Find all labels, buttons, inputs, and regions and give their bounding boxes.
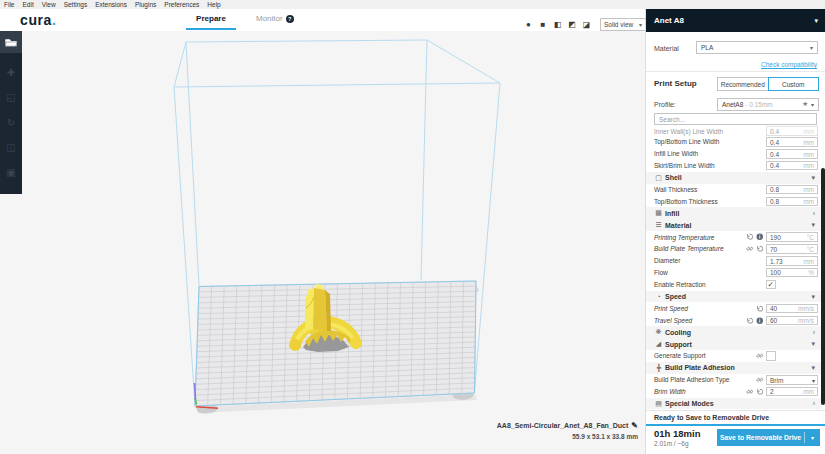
scale-tool[interactable]: ◱ (0, 85, 22, 110)
profile-label: Profile: (654, 101, 676, 108)
save-to-removable-drive-button[interactable]: Save to Removable Drive ▾ (717, 429, 820, 446)
category-row-cooling[interactable]: ❋Cooling‹ (646, 326, 822, 338)
3d-view-icon[interactable]: ● (524, 20, 533, 29)
setting-input[interactable]: 0.8mm (766, 197, 818, 207)
setting-value: 1.73 (770, 258, 783, 265)
undo-icon[interactable] (756, 245, 764, 253)
machine-selector[interactable]: Anet A8 ▾ (646, 9, 825, 32)
menu-edit[interactable]: Edit (22, 1, 33, 8)
setting-input[interactable]: 0.4mm (766, 137, 818, 147)
setting-label: Skirt/Brim Line Width (654, 162, 715, 169)
view-mode-dropdown[interactable]: Solid view ▾ (600, 18, 646, 31)
setting-input[interactable]: 60mm/s (766, 316, 818, 326)
material-dropdown[interactable]: PLA ▾ (696, 41, 818, 54)
tab-prepare[interactable]: Prepare (186, 14, 236, 23)
link-icon[interactable] (756, 352, 764, 360)
setting-row-travel-speed[interactable]: Travel Speed60mm/s (646, 314, 822, 326)
menu-settings[interactable]: Settings (64, 1, 88, 8)
setting-row-enable-retraction[interactable]: Enable Retraction✓ (646, 279, 822, 291)
chevron-down-icon: ▾ (811, 293, 818, 301)
info-icon[interactable] (756, 317, 764, 325)
setting-checkbox[interactable]: ✓ (766, 280, 776, 290)
category-row-support[interactable]: ◢Support▾ (646, 338, 822, 350)
undo-icon[interactable] (746, 317, 754, 325)
menu-preferences[interactable]: Preferences (164, 1, 199, 8)
setting-input[interactable]: 100% (766, 268, 818, 278)
edit-name-icon[interactable]: ✎ (631, 421, 638, 430)
category-row-speed[interactable]: ◔Speed▾ (646, 291, 822, 303)
custom-mode-button[interactable]: Custom (768, 77, 820, 91)
category-row-infill[interactable]: ▩Infill‹ (646, 207, 822, 219)
category-label: Shell (665, 174, 682, 181)
setting-row-brim-width[interactable]: Brim Width2mm (646, 386, 822, 398)
setting-input[interactable]: 0.4mm (766, 149, 818, 159)
setting-input[interactable]: 0.4mm (766, 161, 818, 171)
setting-input[interactable]: 2mm (766, 387, 818, 397)
setting-row-top-bottom-thickness[interactable]: Top/Bottom Thickness0.8mm (646, 195, 822, 207)
setting-checkbox[interactable] (766, 351, 776, 361)
setting-row-skirt-brim-line-width[interactable]: Skirt/Brim Line Width0.4mm (646, 160, 822, 172)
undo-icon[interactable] (746, 233, 754, 241)
menu-extensions[interactable]: Extensions (95, 1, 127, 8)
menu-plugins[interactable]: Plugins (135, 1, 156, 8)
category-row-shell[interactable]: ▢Shell▾ (646, 172, 822, 184)
right-view-icon[interactable]: ◪ (582, 20, 591, 29)
profile-dropdown[interactable]: AnetA8 - 0.15mm ★ ▾ (717, 98, 819, 111)
setting-select[interactable]: Brim▾ (766, 375, 818, 385)
setting-row-build-plate-temperature[interactable]: Build Plate Temperature70°C (646, 243, 822, 255)
mirror-tool[interactable]: ◫ (0, 135, 22, 160)
info-icon[interactable] (756, 233, 764, 241)
menu-help[interactable]: Help (207, 1, 220, 8)
menu-view[interactable]: View (42, 1, 56, 8)
setting-row-diameter[interactable]: Diameter1.73mm (646, 255, 822, 267)
settings-search-input[interactable] (654, 113, 817, 125)
setting-input[interactable]: 190°C (766, 232, 818, 242)
setting-row-inner-wall-s-line-width[interactable]: Inner Wall(s) Line Width0.4mm (646, 126, 822, 136)
rotate-tool[interactable]: ↻ (0, 110, 22, 135)
left-view-icon[interactable]: ◩ (568, 20, 577, 29)
setting-row-top-bottom-line-width[interactable]: Top/Bottom Line Width0.4mm (646, 136, 822, 148)
setting-row-print-speed[interactable]: Print Speed40mm/s (646, 302, 822, 314)
front-view-icon[interactable]: ■ (539, 20, 548, 29)
menu-file[interactable]: File (4, 1, 14, 8)
category-row-build-plate-adhesion[interactable]: ╋Build Plate Adhesion▾ (646, 362, 822, 374)
link-icon[interactable] (746, 245, 754, 253)
monitor-help-badge[interactable]: ? (286, 15, 294, 23)
check-compatibility-link[interactable]: Check compatibility (761, 61, 817, 68)
tab-monitor[interactable]: Monitor ? (256, 14, 294, 23)
link-icon[interactable] (746, 388, 754, 396)
scene-canvas (0, 31, 645, 454)
settings-scrollbar[interactable] (821, 168, 825, 405)
setting-row-flow[interactable]: Flow100% (646, 267, 822, 279)
star-icon[interactable]: ★ (802, 100, 811, 108)
setting-label: Build Plate Temperature (654, 245, 724, 252)
setting-row-build-plate-adhesion-type[interactable]: Build Plate Adhesion TypeBrim▾ (646, 374, 822, 386)
setting-row-wall-thickness[interactable]: Wall Thickness0.8mm (646, 184, 822, 196)
setting-value: 0.4 (770, 128, 779, 135)
setting-input[interactable]: 0.8mm (766, 185, 818, 195)
top-view-icon[interactable]: ◧ (553, 20, 562, 29)
setting-row-generate-support[interactable]: Generate Support (646, 350, 822, 362)
speed-icon: ◔ (652, 293, 665, 300)
setting-input[interactable]: 40mm/s (766, 304, 818, 314)
setting-value: 0.8 (770, 186, 779, 193)
undo-icon[interactable] (756, 305, 764, 313)
setting-row-printing-temperature[interactable]: Printing Temperature190°C (646, 231, 822, 243)
job-name: AA8_Semi-Circular_Anet_A8_Fan_Duct (497, 422, 629, 429)
move-tool[interactable]: ✚ (0, 60, 22, 85)
recommended-mode-button[interactable]: Recommended (717, 77, 769, 91)
setting-input[interactable]: 70°C (766, 244, 818, 254)
save-options-chevron[interactable]: ▾ (804, 432, 820, 443)
per-model-settings-tool[interactable]: ▣ (0, 160, 22, 185)
viewport-3d[interactable]: AA8_Semi-Circular_Anet_A8_Fan_Duct✎ 55.9… (0, 31, 645, 454)
category-row-material[interactable]: ☰Material▾ (646, 219, 822, 231)
setting-row-infill-line-width[interactable]: Infill Line Width0.4mm (646, 148, 822, 160)
chevron-down-icon: ▾ (811, 221, 818, 229)
undo-icon[interactable] (756, 388, 764, 396)
print-time: 01h 18min (654, 428, 700, 439)
link-icon[interactable] (756, 376, 764, 384)
open-file-button[interactable] (0, 31, 22, 53)
category-row-special-modes[interactable]: ▤Special Modes‹ (646, 398, 822, 410)
setting-input[interactable]: 0.4mm (766, 126, 818, 136)
setting-input[interactable]: 1.73mm (766, 256, 818, 266)
